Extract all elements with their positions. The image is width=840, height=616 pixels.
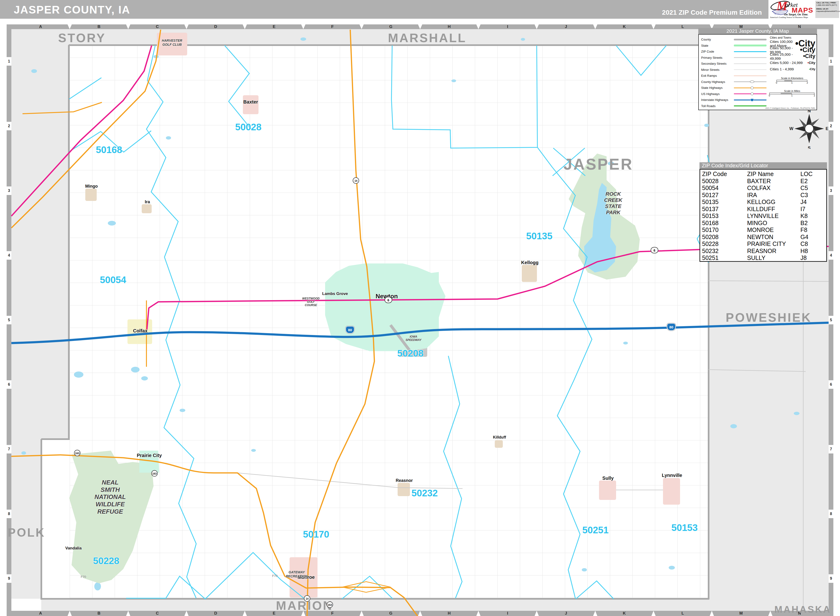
legend-line-sample	[734, 51, 767, 52]
zip-table-loc: K8	[800, 213, 826, 219]
legend-line-sample	[734, 106, 767, 106]
town-label: Lambs Grove	[322, 292, 348, 296]
zip-code-label-50208: 50208	[397, 348, 424, 359]
town-label: Lynnville	[662, 473, 682, 478]
legend-line-sample	[734, 63, 767, 64]
legend-copyright: 2021 © Intelligent Direct, Inc., Pottsto…	[699, 107, 815, 109]
legend-row-state-highways: State Highways	[701, 85, 768, 91]
legend-row-us-highways: US Highways	[701, 91, 768, 97]
us-shield-6: 6	[651, 247, 658, 254]
legend-row-sample	[732, 91, 768, 97]
legend-row-exit-ramps: Exit Ramps	[701, 73, 768, 79]
zip-table-row: 50251SULLYJ8	[702, 254, 826, 261]
legend-row-sample	[732, 97, 768, 103]
zip-table-row: 50228PRAIRIE CITYC8	[702, 241, 826, 248]
zip-table-row: 50054COLFAXC5	[702, 185, 826, 192]
state-shield-163: 163	[74, 450, 81, 456]
legend-row-label: Minor Streets	[701, 68, 732, 72]
neal-smith-refuge: NEALSMITHNATIONALWILDLIFEREFUGE	[95, 479, 126, 515]
interstate-shield-80: 80	[667, 323, 676, 331]
legend-row-sample	[732, 85, 768, 91]
zip-table-zip: 50232	[702, 248, 747, 254]
email-header: EMAIL US AT:	[816, 8, 838, 10]
interstate-marker	[751, 98, 754, 101]
call-header: CALL US TOLL FREE!	[816, 1, 838, 4]
legend-line-sample	[734, 57, 767, 58]
legend-line-sample	[734, 76, 767, 76]
zip-table-name: BAXTER	[747, 178, 800, 185]
legend-row-label: US Highways	[701, 92, 732, 96]
zip-table-zip: 50170	[702, 226, 747, 233]
town-label: Baxter	[243, 99, 258, 105]
zip-table-name: MINGO	[747, 220, 800, 226]
legend-line-sample	[734, 94, 767, 94]
legend-line-sample	[734, 69, 767, 70]
town-label: Ira	[145, 199, 150, 204]
zip-table-row: 50232REASNORH8	[702, 248, 826, 255]
legend-row-label: County Highways	[701, 80, 732, 84]
zip-code-label-50135: 50135	[526, 231, 552, 241]
zip-table-loc: B2	[800, 220, 826, 226]
zip-table-row: 50127IRAC3	[702, 192, 826, 199]
town-label: Killduff	[493, 435, 506, 440]
legend-row-state: State	[701, 43, 768, 49]
county-label-polk: POLK	[8, 526, 45, 540]
zip-code-label-50168: 50168	[96, 145, 122, 155]
zip-table-row: 50135KELLOGGJ4	[702, 198, 826, 206]
zip-table-zip: 50168	[702, 220, 747, 226]
logo-subtitle: America's Leading Source of Business Map…	[770, 16, 808, 19]
state-shield-14: 14	[304, 595, 311, 602]
zip-table-zip: 50208	[702, 233, 747, 241]
legend-row-primary-streets: Primary Streets	[701, 55, 768, 61]
town-label: Colfax	[133, 328, 147, 334]
email-address: mapsales@MarketMAPS.com	[816, 10, 838, 13]
zip-code-label-50251: 50251	[582, 525, 608, 535]
legend-row-label: State Highways	[701, 86, 732, 89]
zip-table-loc: F8	[800, 226, 826, 233]
town-label: Prairie City	[137, 453, 162, 458]
zip-table-row: 50137KILLDUFFI7	[702, 206, 826, 213]
svg-text:S: S	[808, 146, 811, 149]
legend-road-types: CountyStateZIP CodePrimary StreetsSecond…	[701, 37, 768, 109]
legend-city-row: Cities 1 - 4,999•City	[770, 66, 815, 72]
zip-table-zip: 50028	[702, 178, 747, 185]
county-label-jasper: JASPER	[563, 155, 633, 173]
county-hwy-marker	[750, 81, 754, 83]
gateway-recreation: GATEWAYRECREATION	[286, 570, 308, 578]
legend-line-sample	[734, 39, 767, 40]
scale-tick: 2	[806, 82, 808, 84]
legend-row-sample	[732, 37, 768, 43]
zip-table-zip: 50054	[702, 185, 747, 191]
zip-table-zip: 50251	[702, 254, 747, 261]
scale-miles: Scale in Miles 012	[769, 89, 815, 97]
zip-table-loc: C8	[800, 241, 826, 247]
compass-rose: N E S W	[789, 106, 829, 149]
legend-city-row: Cities 5,000 - 24,999•City	[770, 59, 815, 66]
legend-city-row: Cities 25,000 - 49,999•City	[770, 53, 815, 59]
scale-tick: 2	[814, 94, 815, 97]
zip-table-header-row: ZIP CodeZIP NameLOC	[702, 170, 826, 178]
scale-tick: 0	[769, 94, 770, 97]
legend-title: 2021 Jasper County, IA Map	[698, 28, 817, 34]
zip-code-label-50054: 50054	[100, 274, 126, 285]
legend-row-label: Exit Ramps	[701, 74, 732, 78]
header-bar: JASPER COUNTY, IA 2021 ZIP Code Premium …	[0, 0, 840, 19]
town-label: Kellogg	[521, 260, 538, 265]
zip-table-zip: 50127	[702, 192, 747, 198]
legend-row-county: County	[701, 37, 768, 43]
county-road-label: F70	[81, 575, 86, 579]
state-shield-163: 163	[151, 470, 158, 477]
legend-city-label: Cities 5,000 - 24,999	[770, 61, 803, 65]
interstate-shield-80: 80	[346, 326, 355, 334]
town-label: Reasnor	[396, 478, 413, 483]
legend-row-secondary-streets: Secondary Streets	[701, 61, 768, 67]
state-shield-14: 14	[353, 177, 359, 184]
harvester-golf-club-label: HARVESTERGOLF CLUB	[162, 39, 182, 47]
zip-table-col-header: ZIP Code	[702, 170, 747, 177]
zip-table-name: IRA	[747, 192, 800, 198]
rock-creek-state-park: ROCKCREEKSTATEPARK	[604, 191, 622, 216]
scale-tick: 1	[791, 82, 793, 84]
us-shield-6: 6	[384, 297, 392, 303]
westwood-golf-course: WESTWOODGOLFCOURSE	[302, 297, 320, 307]
legend-row-sample	[732, 79, 768, 85]
